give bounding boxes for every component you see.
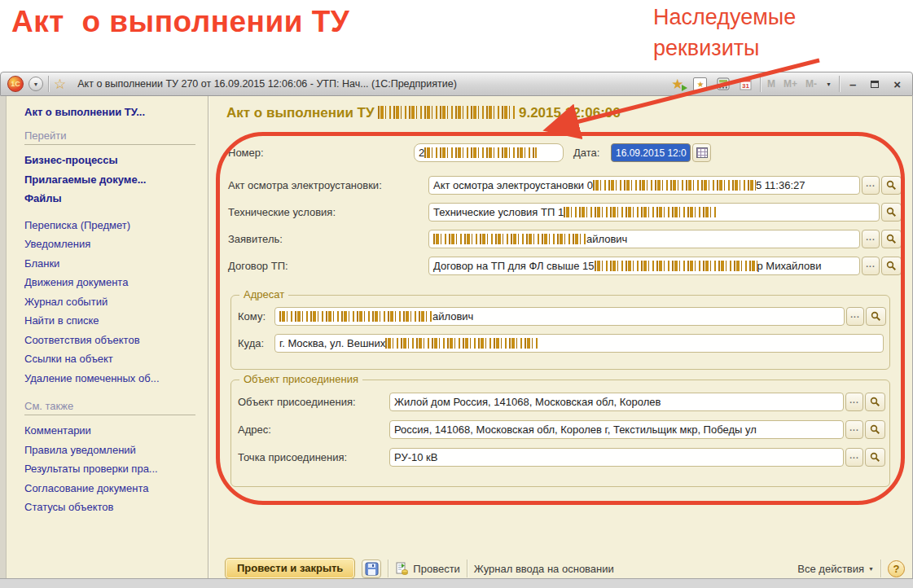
magnifier-icon	[870, 424, 880, 435]
sidebar-section-goto: Перейти	[24, 129, 195, 145]
sidebar-item-comments[interactable]: Комментарии	[24, 421, 207, 441]
1c-logo-icon[interactable]: 1С	[7, 76, 24, 92]
sidebar-item-event-log[interactable]: Журнал событий	[24, 292, 207, 312]
connection-object-legend: Объект присоединения	[239, 373, 362, 385]
redacted-text	[385, 338, 538, 349]
inspection-act-input[interactable]: Акт осмотра электроустановки 0 5 11:36:2…	[428, 176, 860, 195]
sidebar-item-correspondence[interactable]: Переписка (Предмет)	[24, 216, 207, 235]
sidebar-item-object-links[interactable]: Ссылки на объект	[24, 349, 207, 369]
sidebar-item-document-approval[interactable]: Согласование документа	[24, 479, 207, 498]
tech-conditions-input[interactable]: Технические условия ТП 1	[428, 203, 880, 222]
applicant-open-button[interactable]	[881, 230, 902, 248]
window-title: Акт о выполнении ТУ 270 от 16.09.2015 12…	[77, 78, 664, 90]
redacted-text	[279, 311, 432, 322]
applicant-label: Заявитель:	[228, 233, 283, 245]
applicant-choose-button[interactable]: ...	[862, 230, 880, 248]
form-title: Акт о выполнении ТУ 9.2015 12:06:06	[226, 105, 621, 121]
sidebar-item-business-processes[interactable]: Бизнес-процессы	[24, 151, 207, 170]
contract-choose-button[interactable]: ...	[862, 257, 880, 275]
sidebar-item-find-in-list[interactable]: Найти в списке	[24, 311, 207, 331]
contract-input[interactable]: Договор на ТП для ФЛ свыше 15 р Михайлов…	[428, 257, 860, 275]
number-label: Номер:	[228, 147, 264, 159]
connection-object-open-button[interactable]	[865, 393, 885, 411]
add-to-favorites-button[interactable]: ★	[669, 75, 687, 93]
post-button[interactable]: Провести	[395, 562, 460, 576]
contract-open-button[interactable]	[881, 257, 902, 275]
titlebar-separator	[48, 76, 49, 92]
sidebar-item-document-title[interactable]: Акт о выполнении ТУ...	[24, 106, 207, 118]
chevron-down-icon: ▼	[868, 566, 874, 572]
address-choose-button[interactable]: ...	[845, 420, 863, 439]
entry-journal-button[interactable]: Журнал ввода на основании	[474, 563, 614, 575]
connection-object-choose-button[interactable]: ...	[845, 393, 863, 411]
address-label: Адрес:	[238, 423, 271, 436]
sidebar-item-attached-documents[interactable]: Прилагаемые докуме...	[24, 170, 207, 190]
inspection-act-open-button[interactable]	[881, 176, 902, 195]
titlebar-more-button[interactable]: ▼	[823, 81, 834, 87]
sidebar-item-object-correspondences[interactable]: Соответствия объектов	[24, 331, 207, 350]
number-input[interactable]: 2	[414, 143, 564, 162]
system-menu-button[interactable]: ▼	[29, 77, 43, 91]
toolbar-separator	[467, 559, 467, 577]
calendar-button[interactable]: 31	[737, 75, 755, 93]
redacted-text	[378, 106, 515, 119]
sidebar-divider	[208, 96, 208, 578]
sidebar-item-notifications[interactable]: Уведомления	[24, 235, 207, 254]
magnifier-icon	[886, 261, 897, 271]
all-actions-button[interactable]: Все действия ▼	[797, 563, 874, 575]
connection-object-input[interactable]: Жилой дом Россия, 141068, Московская обл…	[389, 393, 844, 411]
calculator-button[interactable]	[714, 75, 732, 93]
sidebar-item-delete-marked[interactable]: Удаление помеченных об...	[24, 369, 207, 388]
help-button[interactable]: ?	[888, 560, 905, 577]
applicant-input[interactable]: айлович	[428, 230, 860, 248]
maximize-button[interactable]	[871, 81, 879, 88]
date-input[interactable]: 16.09.2015 12:0	[611, 143, 691, 162]
address-input[interactable]: Россия, 141068, Московская обл, Королев …	[389, 420, 844, 439]
memory-m-minus-button[interactable]: M-	[804, 78, 819, 90]
sidebar-item-blanks[interactable]: Бланки	[24, 254, 207, 274]
magnifier-icon	[870, 452, 880, 463]
sidebar-item-object-statuses[interactable]: Статусы объектов	[24, 498, 207, 517]
titlebar-separator	[839, 76, 840, 92]
address-open-button[interactable]	[865, 420, 885, 439]
sidebar-item-document-movements[interactable]: Движения документа	[24, 273, 207, 292]
sidebar-item-files[interactable]: Файлы	[24, 189, 207, 208]
inspection-act-label: Акт осмотра электроустановки:	[228, 179, 382, 191]
minimize-button[interactable]: –	[845, 78, 861, 90]
sidebar-item-notification-rules[interactable]: Правила уведомлений	[24, 441, 207, 460]
favorites-panel-button[interactable]: ★	[691, 75, 709, 93]
titlebar-separator	[760, 76, 761, 92]
annotation-big-title: Акт о выполнении ТУ	[11, 5, 349, 39]
connection-point-choose-button[interactable]: ...	[845, 448, 863, 467]
tech-conditions-open-button[interactable]	[881, 203, 902, 222]
memory-m-plus-button[interactable]: M+	[782, 78, 799, 90]
boxed-star-icon: ★	[693, 77, 707, 91]
addressee-to-open-button[interactable]	[866, 307, 886, 326]
post-and-close-button[interactable]: Провести и закрыть	[225, 558, 355, 579]
contract-label: Договор ТП:	[228, 260, 288, 272]
inspection-act-choose-button[interactable]: ...	[862, 176, 880, 195]
addressee-where-input[interactable]: г. Москва, ул. Вешних	[274, 334, 884, 353]
date-label: Дата:	[573, 147, 599, 159]
sidebar-item-check-results[interactable]: Результаты проверки пра...	[24, 459, 207, 479]
connection-point-label: Точка присоединения:	[238, 451, 347, 463]
annotation-note: Наследуемые реквизиты	[653, 2, 796, 64]
connection-point-open-button[interactable]	[865, 448, 885, 467]
addressee-where-label: Куда:	[238, 337, 264, 349]
favorites-star-icon[interactable]: ☆	[54, 77, 66, 91]
memory-m-button[interactable]: M	[766, 78, 777, 90]
connection-point-input[interactable]: РУ-10 кВ	[389, 448, 844, 467]
tech-conditions-label: Технические условия:	[228, 206, 336, 218]
toolbar-separator	[880, 559, 881, 577]
magnifier-icon	[886, 180, 897, 191]
post-document-icon	[395, 562, 409, 576]
addressee-to-label: Кому:	[238, 310, 266, 323]
addressee-to-choose-button[interactable]: ...	[846, 307, 864, 326]
addressee-group: Адресат	[230, 295, 890, 370]
save-button[interactable]	[362, 559, 381, 578]
redacted-text	[564, 207, 718, 217]
date-picker-button[interactable]	[692, 143, 711, 162]
addressee-to-input[interactable]: айлович	[274, 307, 845, 326]
save-floppy-icon	[365, 562, 379, 576]
close-button[interactable]: ×	[889, 78, 906, 90]
